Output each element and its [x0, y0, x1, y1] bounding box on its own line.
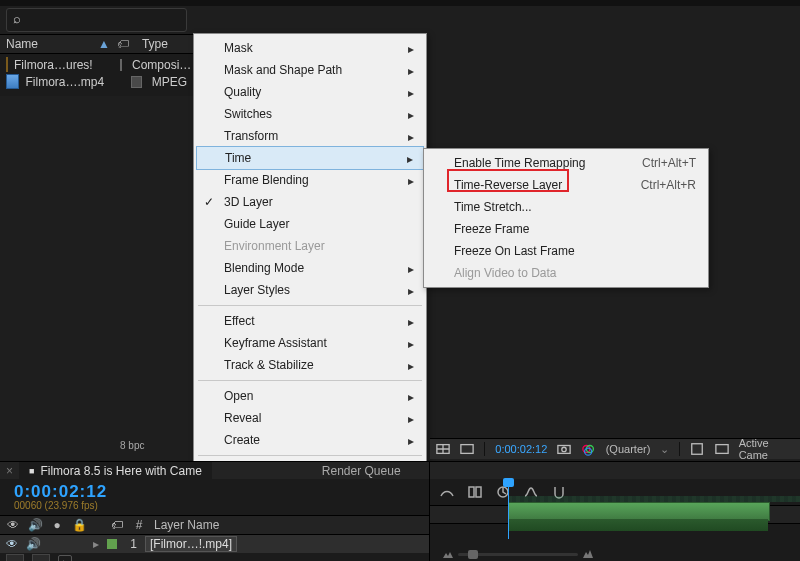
file-name: Filmora…ures!	[14, 58, 114, 72]
project-search[interactable]: ⌕	[6, 8, 187, 32]
zoom-handle[interactable]	[468, 550, 478, 559]
project-row[interactable]: Filmora…ures! Composi…	[0, 56, 193, 73]
frame-and-fps: 00060 (23.976 fps)	[0, 500, 429, 511]
viewer-controls: 0:00:02:12 (Quarter) ⌄ Active Came	[430, 438, 800, 459]
file-name: Filmora….mp4	[25, 75, 125, 89]
tag-icon[interactable]: 🏷	[116, 37, 130, 51]
viewer-timecode[interactable]: 0:00:02:12	[495, 443, 547, 455]
menu-item-quality[interactable]: Quality▸	[196, 81, 424, 103]
menu-item-3d-layer[interactable]: ✓3D Layer	[196, 191, 424, 213]
audio-toggle[interactable]: 🔊	[26, 537, 41, 551]
menu-item-mask-and-shape-path[interactable]: Mask and Shape Path▸	[196, 59, 424, 81]
svg-rect-10	[476, 487, 481, 497]
menu-item-label: Mask and Shape Path	[224, 63, 342, 77]
current-timecode[interactable]: 0:00:02:12	[0, 479, 429, 502]
expand-arrow-icon[interactable]: ▸	[93, 537, 99, 551]
file-type: MPEG	[152, 75, 187, 89]
layer-name[interactable]: [Filmor…!.mp4]	[145, 536, 237, 552]
zoom-out-icon	[442, 549, 454, 559]
menu-item-label: Time	[225, 151, 251, 165]
menu-item-frame-blending[interactable]: Frame Blending▸	[196, 169, 424, 191]
timeline-panel: :00s 00:15s	[430, 479, 800, 561]
active-camera-dropdown[interactable]: Active Came	[739, 437, 794, 461]
view-icon[interactable]	[714, 442, 728, 456]
menu-item-create[interactable]: Create▸	[196, 429, 424, 451]
channels-icon[interactable]	[582, 442, 596, 456]
project-row[interactable]: Filmora….mp4 MPEG	[0, 73, 193, 90]
menu-item-open[interactable]: Open▸	[196, 385, 424, 407]
menu-item-mask[interactable]: Mask▸	[196, 37, 424, 59]
submenu-arrow-icon: ▸	[408, 174, 414, 188]
submenu-arrow-icon: ▸	[408, 262, 414, 276]
menu-item-time-stretch-[interactable]: Time Stretch...	[426, 196, 706, 218]
video-file-icon	[6, 74, 19, 89]
grid-icon[interactable]	[436, 442, 450, 456]
menu-item-reveal[interactable]: Reveal▸	[196, 407, 424, 429]
menu-item-label: Freeze Frame	[454, 222, 529, 236]
menu-item-enable-time-remapping[interactable]: Enable Time RemappingCtrl+Alt+T	[426, 152, 706, 174]
switches-row: ▸	[0, 553, 429, 561]
timeline-zoom[interactable]	[438, 549, 598, 559]
bit-depth-label[interactable]: 8 bpc	[120, 440, 144, 451]
time-submenu: Enable Time RemappingCtrl+Alt+TTime-Reve…	[423, 148, 709, 288]
layer-row[interactable]: 👁 🔊 ▸ 1 [Filmor…!.mp4]	[0, 535, 429, 553]
menu-item-keyframe-assistant[interactable]: Keyframe Assistant▸	[196, 332, 424, 354]
visibility-toggle[interactable]: 👁	[6, 537, 18, 551]
composition-icon	[6, 57, 8, 72]
layer-columns-header: 👁 🔊 ● 🔒 🏷 # Layer Name	[0, 515, 429, 535]
menu-item-label: Effect	[224, 314, 254, 328]
menu-item-effect[interactable]: Effect▸	[196, 310, 424, 332]
zoom-in-icon	[582, 549, 594, 559]
tab-label: Render Queue	[322, 464, 401, 478]
col-type[interactable]: Type	[142, 37, 168, 51]
snapshot-icon[interactable]	[557, 442, 571, 456]
menu-item-freeze-frame[interactable]: Freeze Frame	[426, 218, 706, 240]
menu-item-track-stabilize[interactable]: Track & Stabilize▸	[196, 354, 424, 376]
frame-blend-icon[interactable]	[466, 484, 484, 500]
submenu-arrow-icon: ▸	[408, 284, 414, 298]
menu-item-freeze-on-last-frame[interactable]: Freeze On Last Frame	[426, 240, 706, 262]
timeline-tabs: × ■ Filmora 8.5 is Here with Came Render…	[0, 461, 800, 480]
tab-render-queue[interactable]: Render Queue	[312, 462, 411, 480]
layername-header[interactable]: Layer Name	[154, 518, 219, 532]
resolution-dropdown[interactable]: (Quarter)	[606, 443, 651, 455]
submenu-arrow-icon: ▸	[408, 390, 414, 404]
menu-item-time[interactable]: Time▸	[196, 146, 424, 170]
menu-item-label: Blending Mode	[224, 261, 304, 275]
panel-menu-icon[interactable]: ×	[6, 464, 13, 478]
svg-rect-1	[461, 445, 473, 454]
submenu-arrow-icon: ▸	[408, 108, 414, 122]
toggle-switches-icon[interactable]	[6, 554, 24, 561]
playhead[interactable]	[508, 479, 509, 539]
expand-transfer-icon[interactable]: ▸	[58, 555, 72, 561]
sort-asc-icon[interactable]: ▲	[98, 37, 110, 51]
eye-header-icon: 👁	[6, 518, 20, 532]
menu-item-environment-layer: Environment Layer	[196, 235, 424, 257]
submenu-arrow-icon: ▸	[408, 412, 414, 426]
toggle-modes-icon[interactable]	[32, 554, 50, 561]
menu-separator	[198, 380, 422, 381]
layer-label-color[interactable]	[107, 539, 117, 549]
col-name[interactable]: Name	[6, 37, 92, 51]
submenu-arrow-icon: ▸	[408, 86, 414, 100]
menu-item-time-reverse-layer[interactable]: Time-Reverse LayerCtrl+Alt+R	[426, 174, 706, 196]
menu-item-guide-layer[interactable]: Guide Layer	[196, 213, 424, 235]
svg-rect-9	[469, 487, 474, 497]
label-color[interactable]	[120, 59, 122, 71]
guides-icon[interactable]	[460, 442, 474, 456]
search-icon: ⌕	[7, 11, 27, 26]
menu-item-transform[interactable]: Transform▸	[196, 125, 424, 147]
dropdown-chevron-icon: ⌄	[660, 443, 669, 456]
layer-panel: 0:00:02:12 00060 (23.976 fps) 👁 🔊 ● 🔒 🏷 …	[0, 479, 429, 561]
transparency-grid-icon[interactable]	[690, 442, 704, 456]
svg-rect-8	[715, 445, 727, 454]
menu-item-switches[interactable]: Switches▸	[196, 103, 424, 125]
audio-header-icon: 🔊	[28, 518, 42, 532]
menu-item-layer-styles[interactable]: Layer Styles▸	[196, 279, 424, 301]
shy-icon[interactable]	[438, 484, 456, 500]
menu-item-blending-mode[interactable]: Blending Mode▸	[196, 257, 424, 279]
tab-composition[interactable]: ■ Filmora 8.5 is Here with Came	[19, 462, 212, 480]
label-color[interactable]	[131, 76, 141, 88]
project-columns-header: Name ▲ 🏷 Type	[0, 34, 193, 54]
menu-item-label: Environment Layer	[224, 239, 325, 253]
